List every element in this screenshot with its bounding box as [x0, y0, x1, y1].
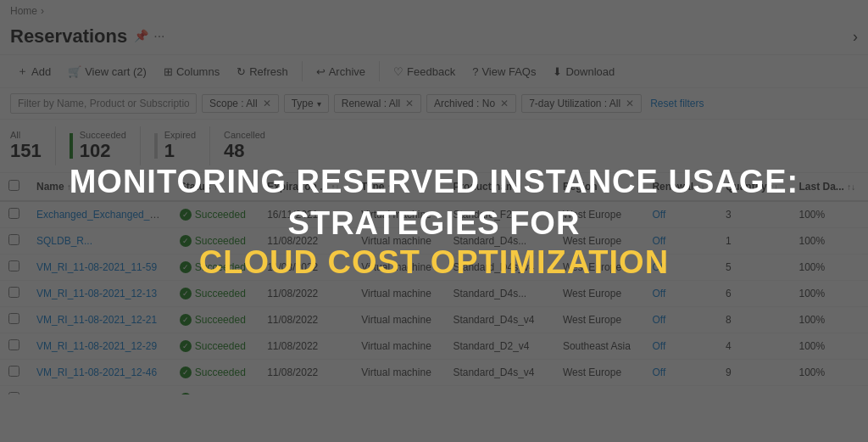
overlay-content: MONITORING RESERVED INSTANCE USAGE: STRA… [0, 161, 868, 282]
overlay: MONITORING RESERVED INSTANCE USAGE: STRA… [0, 0, 868, 394]
overlay-subtitle: CLOUD COST OPTIMIZATION [0, 244, 868, 281]
overlay-title: MONITORING RESERVED INSTANCE USAGE: STRA… [0, 161, 868, 245]
